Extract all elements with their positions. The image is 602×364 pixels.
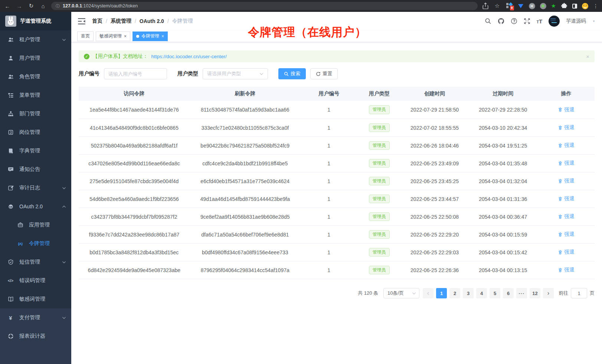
sidebar-item-12[interactable]: 敏感词管理 [0,290,71,308]
extension-grid-icon[interactable]: 9 [506,3,513,9]
access-token-cell: 6d842e2924594de9a09e45e087323abe [79,267,190,273]
goto-page-input[interactable] [571,288,587,298]
home-icon[interactable]: ⌂ [39,3,47,9]
puzzle-extensions-icon[interactable] [561,3,567,9]
sidebar-item-1[interactable]: 用户管理 [0,49,71,67]
chevron-down-icon [259,73,264,75]
reload-icon[interactable]: ↻ [27,3,35,9]
sidebar-item-0[interactable]: 租户管理 [0,30,71,49]
command-extension-icon[interactable]: ⌘ [529,3,535,9]
font-size-icon[interactable]: TT [537,18,542,24]
created-cell: 2022-06-25 23:49:09 [401,161,468,166]
sidebar-item-3[interactable]: 菜单管理 [0,86,71,105]
sidebar-item-4[interactable]: 部门管理 [0,105,71,123]
sidebar-item-7[interactable]: 通知公告 [0,160,71,179]
table-row: 502375b8040a469a9b82188afdf6af1fbe90422b… [79,136,595,154]
breadcrumb-oauth[interactable]: OAuth 2.0 [140,18,164,24]
username[interactable]: 芋道源码 [566,18,586,24]
user-id-input[interactable] [104,68,167,79]
page-button-···[interactable]: ··· [516,288,527,298]
fullscreen-icon[interactable] [524,18,530,24]
sidebar-item-2[interactable]: 角色管理 [0,67,71,86]
recorder-extension-icon[interactable] [540,3,546,9]
search-icon[interactable] [485,18,491,24]
sidebar: 芋道管理系统 租户管理用户管理角色管理菜单管理部门管理岗位管理字典管理通知公告审… [0,12,71,364]
breadcrumb-system[interactable]: 系统管理 [111,18,131,24]
created-cell: 2022-06-25 22:29:03 [401,249,468,255]
refresh-token-cell: 8796295f04064c2983414cc54af1097a [190,267,301,273]
page-button-2[interactable]: 2 [449,288,460,298]
page-content: ✓ 【用户体系】文档地址： https://doc.iocoder.cn/use… [71,42,602,364]
user-type-select[interactable]: 请选择用户类型 [203,68,268,79]
github-icon[interactable] [498,18,504,24]
chevron-down-icon [62,187,66,189]
force-logout-button[interactable]: 强退 [558,267,574,273]
page-button-12[interactable]: 12 [530,288,540,298]
forward-icon[interactable]: → [16,3,23,9]
page-button-3[interactable]: 3 [463,288,474,298]
page-button-1[interactable]: 1 [436,288,447,298]
page-button-6[interactable]: 6 [503,288,514,298]
close-icon[interactable]: × [161,34,164,39]
force-logout-button[interactable]: 强退 [558,178,574,184]
alert-doc-link[interactable]: https://doc.iocoder.cn/user-center/ [151,54,227,59]
star-extension-icon[interactable]: ★ [551,3,556,9]
reset-button[interactable]: 重置 [310,68,338,79]
user-type-tag: 管理员 [369,195,390,203]
user-id-cell: 1 [301,249,357,255]
sidebar-item-11[interactable]: </>错误码管理 [0,271,71,290]
sidebar-item-5[interactable]: 岗位管理 [0,123,71,142]
table-row: c342377bf8b344799dcbf7bf095287f29ce8ef2a… [79,208,595,225]
filter-bar: 用户编号 用户类型 请选择用户类型 搜索 重置 [79,68,595,79]
page-button-5[interactable]: 5 [490,288,500,298]
profile-avatar-icon[interactable] [582,3,588,9]
close-icon[interactable]: × [124,34,127,39]
force-logout-button[interactable]: 强退 [558,124,574,131]
sidebar-item-9[interactable]: OAuth 2.0 [0,197,71,216]
force-logout-button[interactable]: 强退 [558,142,574,149]
breadcrumb-home[interactable]: 首页 [92,18,102,24]
tab-2[interactable]: 令牌管理× [132,32,168,41]
force-logout-button[interactable]: 强退 [558,231,574,238]
refresh-token-cell: dfa6c71a50a54c66bef706ef9e6e8d81 [190,232,301,238]
sidebar-item-6[interactable]: 字典管理 [0,142,71,160]
gem-extension-icon[interactable] [517,3,524,9]
prev-page-button[interactable]: ‹ [423,288,433,298]
table-row: 41c41346a548490f9dc8b01c6bfe0865333ecfc7… [79,119,595,136]
search-button[interactable]: 搜索 [278,68,306,79]
table-row: f9336e7c7dd242a283ee98dc86b17a87dfa6c71a… [79,225,595,243]
share-icon[interactable] [482,3,489,9]
breadcrumb-current: 令牌管理 [172,18,193,24]
column-header: 刷新令牌 [190,90,301,97]
bookmark-star-icon[interactable]: ☆ [494,3,501,9]
page-size-select[interactable]: 10条/页 [383,288,419,298]
user-avatar[interactable] [549,16,560,27]
force-logout-button[interactable]: 强退 [558,249,574,255]
sidebar-item-14[interactable]: 报表设计器 [0,327,71,345]
tab-0[interactable]: 首页 [77,32,94,41]
help-icon[interactable] [511,18,517,24]
site-info-icon[interactable]: ⓘ [56,3,60,9]
force-logout-button[interactable]: 强退 [558,160,574,166]
force-logout-button[interactable]: 强退 [558,213,574,220]
browser-menu-icon[interactable]: ⋮ [593,3,598,9]
alert-close-icon[interactable]: × [586,53,589,60]
address-bar[interactable]: ⓘ 127.0.0.1:1024/system/oauth2/token [51,2,478,10]
sidebar-subitem-9-1[interactable]: (A)令牌管理 [0,234,71,253]
next-page-button[interactable]: › [543,288,554,298]
sidebar-item-13[interactable]: ¥支付管理 [0,308,71,327]
force-logout-button[interactable]: 强退 [558,195,574,202]
side-panel-icon[interactable] [572,4,577,9]
app-logo-row[interactable]: 芋道管理系统 [0,12,71,30]
caret-down-icon[interactable]: ▼ [592,20,595,23]
sidebar-item-8[interactable]: 审计日志 [0,179,71,197]
sidebar-subitem-9-0[interactable]: 应用管理 [0,216,71,234]
expires-cell: 2054-03-04 00:15:42 [468,249,538,255]
user-id-cell: 1 [301,214,357,220]
tab-1[interactable]: 敏感词管理× [96,32,130,41]
back-icon[interactable]: ← [4,3,11,9]
force-logout-button[interactable]: 强退 [558,106,574,113]
page-button-4[interactable]: 4 [476,288,487,298]
sidebar-item-10[interactable]: 短信管理 [0,253,71,271]
collapse-sidebar-icon[interactable] [78,18,85,24]
